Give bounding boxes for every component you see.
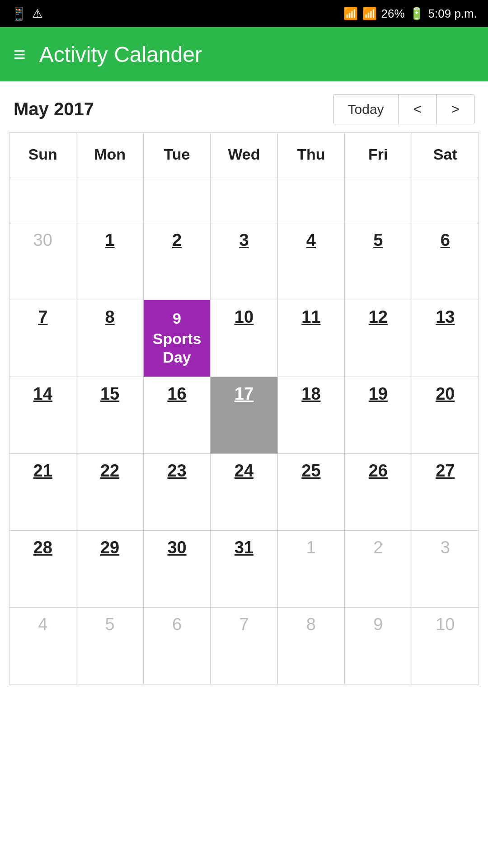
month-navigation: May 2017 Today < > bbox=[0, 81, 488, 132]
calendar-day-cell[interactable]: 21 bbox=[9, 454, 76, 531]
calendar-header-sat: Sat bbox=[412, 133, 479, 178]
calendar-day-cell[interactable]: 1 bbox=[76, 223, 143, 300]
calendar-day-cell[interactable]: 10 bbox=[211, 300, 277, 377]
calendar-day-cell[interactable]: 7 bbox=[9, 300, 76, 377]
calendar-week-row: 28293031123 bbox=[9, 531, 479, 608]
calendar-header-wed: Wed bbox=[211, 133, 277, 178]
calendar-header-fri: Fri bbox=[345, 133, 412, 178]
prev-month-button[interactable]: < bbox=[399, 94, 437, 124]
alert-icon: ⚠ bbox=[32, 7, 42, 21]
calendar-day-cell[interactable]: 17 bbox=[211, 377, 277, 454]
calendar-day-cell[interactable]: 3 bbox=[211, 223, 277, 300]
wifi-icon: 📶 bbox=[343, 7, 358, 21]
today-button[interactable]: Today bbox=[333, 94, 399, 124]
calendar-day-cell[interactable]: 6 bbox=[143, 608, 210, 684]
calendar-day-cell[interactable]: 24 bbox=[211, 454, 277, 531]
calendar-day-cell bbox=[9, 178, 76, 223]
calendar-day-cell[interactable]: 8 bbox=[277, 608, 344, 684]
whatsapp-icon: 📱 bbox=[11, 6, 27, 21]
calendar-day-cell[interactable]: 9Sports Day bbox=[143, 300, 210, 377]
calendar-header-sun: Sun bbox=[9, 133, 76, 178]
calendar-day-cell[interactable]: 27 bbox=[412, 454, 479, 531]
calendar-day-cell bbox=[143, 178, 210, 223]
calendar-day-cell[interactable]: 1 bbox=[277, 531, 344, 608]
calendar-day-cell bbox=[211, 178, 277, 223]
calendar-day-cell[interactable]: 6 bbox=[412, 223, 479, 300]
calendar-header-thu: Thu bbox=[277, 133, 344, 178]
calendar-week-row: 45678910 bbox=[9, 608, 479, 684]
calendar-day-cell[interactable]: 14 bbox=[9, 377, 76, 454]
calendar-day-cell[interactable]: 29 bbox=[76, 531, 143, 608]
calendar-day-cell[interactable]: 2 bbox=[143, 223, 210, 300]
calendar-table: SunMonTueWedThuFriSat 30123456789Sports … bbox=[9, 132, 479, 684]
calendar-day-cell bbox=[76, 178, 143, 223]
calendar-day-cell[interactable]: 4 bbox=[9, 608, 76, 684]
calendar-day-cell[interactable]: 13 bbox=[412, 300, 479, 377]
calendar-day-cell[interactable]: 4 bbox=[277, 223, 344, 300]
calendar-week-row: 14151617181920 bbox=[9, 377, 479, 454]
calendar-day-cell[interactable]: 5 bbox=[345, 223, 412, 300]
calendar-day-cell[interactable]: 19 bbox=[345, 377, 412, 454]
calendar-day-cell[interactable]: 28 bbox=[9, 531, 76, 608]
nav-buttons: Today < > bbox=[333, 94, 474, 124]
calendar-week-row: 21222324252627 bbox=[9, 454, 479, 531]
calendar-day-cell[interactable]: 8 bbox=[76, 300, 143, 377]
calendar-header-row: SunMonTueWedThuFriSat bbox=[9, 133, 479, 178]
calendar-day-cell bbox=[412, 178, 479, 223]
calendar-day-cell[interactable]: 12 bbox=[345, 300, 412, 377]
next-month-button[interactable]: > bbox=[436, 94, 474, 124]
calendar-week-row: 789Sports Day10111213 bbox=[9, 300, 479, 377]
calendar-day-cell[interactable]: 2 bbox=[345, 531, 412, 608]
status-left-icons: 📱 ⚠ bbox=[11, 6, 42, 21]
status-bar: 📱 ⚠ 📶 📶 26% 🔋 5:09 p.m. bbox=[0, 0, 488, 27]
calendar-day-cell[interactable]: 23 bbox=[143, 454, 210, 531]
signal-icon: 📶 bbox=[362, 7, 377, 21]
calendar-day-cell[interactable]: 16 bbox=[143, 377, 210, 454]
calendar-day-cell[interactable]: 9 bbox=[345, 608, 412, 684]
calendar-day-cell bbox=[277, 178, 344, 223]
calendar-day-cell[interactable]: 31 bbox=[211, 531, 277, 608]
calendar-day-cell[interactable]: 26 bbox=[345, 454, 412, 531]
calendar-day-cell[interactable]: 11 bbox=[277, 300, 344, 377]
battery-icon: 🔋 bbox=[409, 7, 424, 21]
calendar-day-cell[interactable]: 3 bbox=[412, 531, 479, 608]
calendar-day-cell[interactable]: 20 bbox=[412, 377, 479, 454]
calendar-day-cell[interactable]: 15 bbox=[76, 377, 143, 454]
battery-text: 26% bbox=[381, 7, 405, 21]
menu-button[interactable]: ≡ bbox=[14, 44, 26, 65]
calendar-day-cell[interactable]: 5 bbox=[76, 608, 143, 684]
calendar-day-cell[interactable]: 30 bbox=[9, 223, 76, 300]
calendar-day-cell[interactable]: 22 bbox=[76, 454, 143, 531]
time-display: 5:09 p.m. bbox=[428, 7, 477, 21]
calendar-header-mon: Mon bbox=[76, 133, 143, 178]
calendar-day-cell bbox=[345, 178, 412, 223]
calendar-week-row: 30123456 bbox=[9, 223, 479, 300]
event-label: Sports Day bbox=[147, 330, 206, 367]
app-title: Activity Calander bbox=[39, 42, 202, 67]
toolbar: ≡ Activity Calander bbox=[0, 27, 488, 81]
calendar-header-tue: Tue bbox=[143, 133, 210, 178]
calendar-day-cell[interactable]: 18 bbox=[277, 377, 344, 454]
calendar-day-cell[interactable]: 7 bbox=[211, 608, 277, 684]
status-right-icons: 📶 📶 26% 🔋 5:09 p.m. bbox=[343, 7, 477, 21]
calendar-day-cell[interactable]: 25 bbox=[277, 454, 344, 531]
calendar-wrapper: SunMonTueWedThuFriSat 30123456789Sports … bbox=[0, 132, 488, 698]
calendar-day-cell[interactable]: 10 bbox=[412, 608, 479, 684]
calendar-day-cell[interactable]: 30 bbox=[143, 531, 210, 608]
calendar-week-row bbox=[9, 178, 479, 223]
month-label: May 2017 bbox=[14, 99, 94, 119]
